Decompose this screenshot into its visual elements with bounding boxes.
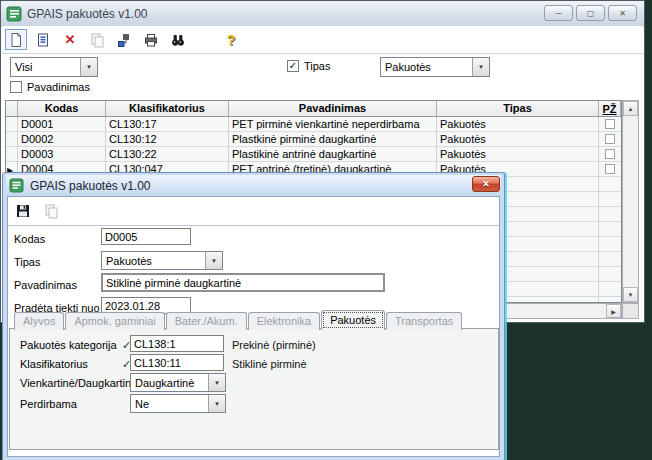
column-header-pz[interactable]: PŽ [599,101,621,117]
scroll-right-icon[interactable]: ▶ [606,304,621,318]
edit-document-icon [35,32,51,48]
tipas-select[interactable]: Pakuotės ▼ [380,57,490,77]
table-row[interactable]: D0002 CL130:12 Plastkinė pirminė daugkar… [6,132,621,147]
copy-button[interactable] [40,201,62,222]
cell-pavadinimas: Plastkinė pirminė daugkartinė [229,132,437,147]
copy-record-button[interactable] [86,29,108,50]
scroll-down-icon[interactable]: ▼ [623,287,638,302]
minimize-button[interactable]: ─ [544,5,573,21]
delete-icon: ✕ [65,32,76,47]
pz-checkbox[interactable] [605,149,615,159]
pavadinimas-filter: Pavadinimas [10,81,90,93]
selector-header-cell [6,101,18,117]
tab-transportas[interactable]: Transportas [386,312,462,330]
chevron-down-icon[interactable]: ▼ [80,58,97,76]
tipas-filter: ✓ Tipas [287,60,331,72]
category-tabs: Alyvos Apmok. gaminiai Bater./Akum. Elek… [14,310,463,330]
table-row[interactable]: D0003 CL130:22 Plastikinė antrinė daugka… [6,147,621,162]
scrollbar-corner [622,303,639,319]
dialog-titlebar[interactable]: GPAIS pakuotės v1.00 [6,175,501,196]
close-button[interactable]: ✕ [608,5,637,21]
new-document-icon [8,32,24,48]
vertical-scrollbar[interactable]: ▲ ▼ [622,100,639,303]
column-header-kodas[interactable]: Kodas [18,101,106,117]
tab-bater-akum[interactable]: Bater./Akum. [166,312,247,330]
edit-record-button[interactable] [32,29,54,50]
delete-record-button[interactable]: ✕ [59,29,81,50]
tab-pakuotes[interactable]: Pakuotės [321,310,385,330]
maximize-button[interactable]: ▢ [576,5,605,21]
tipas-combobox[interactable]: Pakuotės ▼ [101,251,223,270]
pz-checkbox[interactable] [605,134,615,144]
main-window-titlebar[interactable]: GPAIS pakuotės v1.00 ─ ▢ ✕ [1,1,644,27]
perdirbama-label: Perdirbama [20,398,77,410]
pavadinimas-checkbox-label: Pavadinimas [27,81,90,93]
cell-pavadinimas: Plastikinė antrinė daugkartinė [229,147,437,162]
scroll-up-icon[interactable]: ▲ [623,101,638,116]
perdirbama-combobox[interactable]: Ne ▼ [130,394,226,413]
vienkartine-daugkartine-combobox[interactable]: Daugkartinė ▼ [130,373,226,392]
cell-kodas: D0001 [18,117,106,132]
cell-tipas: Pakuotės [437,117,599,132]
pz-checkbox[interactable] [605,164,615,174]
new-record-button[interactable] [5,29,27,50]
cell-tipas: Pakuotės [437,132,599,147]
scope-select-value: Visi [11,58,80,76]
klasifikatorius-input[interactable] [130,354,224,371]
klasifikatorius-note: Stiklinė pirminė [232,358,307,370]
find-button[interactable] [167,29,189,50]
pakuotes-kategorija-note: Prekinė (pirminė) [232,339,316,351]
transfer-button[interactable] [113,29,135,50]
tab-elektronika[interactable]: Elektronika [248,312,320,330]
table-header-row: Kodas Klasifikatorius Pavadinimas Tipas … [6,101,621,117]
vienkartine-daugkartine-label: Vienkartinė/Daugkartinė [20,377,137,389]
tipas-select-value: Pakuotės [381,58,472,76]
cell-pz [599,117,621,132]
column-header-tipas[interactable]: Tipas [437,101,599,117]
pakuotes-kategorija-input[interactable] [130,335,224,352]
vienkartine-daugkartine-value: Daugkartinė [131,374,208,391]
tipas-combobox-value: Pakuotės [102,252,205,269]
help-button[interactable]: ? [220,29,242,50]
kodas-input[interactable] [101,228,191,245]
pakuotes-kategorija-label: Pakuotės kategorija [20,339,117,351]
column-header-klasifikatorius[interactable]: Klasifikatorius [106,101,229,117]
detail-dialog: GPAIS pakuotės v1.00 ✕ Kodas Tipas Pakuo… [2,172,505,460]
cell-kodas: D0003 [18,147,106,162]
cell-pavadinimas: PET pirminė vienkartinė neperdirbama [229,117,437,132]
chevron-down-icon[interactable]: ▼ [205,252,222,269]
pz-checkbox[interactable] [605,119,615,129]
print-button[interactable] [140,29,162,50]
tab-alyvos[interactable]: Alyvos [14,312,64,330]
table-row[interactable]: D0001 CL130:17 PET pirminė vienkartinė n… [6,117,621,132]
pavadinimas-input[interactable] [101,273,385,292]
row-selector-cell [6,147,18,162]
chevron-down-icon[interactable]: ▼ [208,374,225,391]
save-icon [15,203,31,219]
dialog-close-button[interactable]: ✕ [472,176,500,192]
cell-klasifikatorius: CL130:17 [106,117,229,132]
main-window-title: GPAIS pakuotės v1.00 [27,7,148,21]
cell-tipas: Pakuotės [437,147,599,162]
binoculars-icon [170,32,186,48]
tipas-checkbox[interactable]: ✓ [287,60,299,72]
tipas-checkbox-label: Tipas [304,60,331,72]
copy-icon [43,203,59,219]
klasifikatorius-label: Klasifikatorius [20,358,88,370]
help-icon: ? [227,32,236,48]
perdirbama-value: Ne [131,395,208,412]
scope-select[interactable]: Visi ▼ [10,57,98,77]
tab-apmok-gaminiai[interactable]: Apmok. gaminiai [65,312,164,330]
pakuotes-tab-panel: Pakuotės kategorija ✓ Prekinė (pirminė) … [9,328,499,450]
save-button[interactable] [12,201,34,222]
cell-klasifikatorius: CL130:12 [106,132,229,147]
cell-pz [599,132,621,147]
column-header-pavadinimas[interactable]: Pavadinimas [229,101,437,117]
row-selector-cell [6,132,18,147]
pavadinimas-checkbox[interactable] [10,81,22,93]
cell-pz [599,147,621,162]
chevron-down-icon[interactable]: ▼ [208,395,225,412]
row-selector-cell [6,117,18,132]
printer-icon [143,32,159,48]
chevron-down-icon[interactable]: ▼ [472,58,489,76]
